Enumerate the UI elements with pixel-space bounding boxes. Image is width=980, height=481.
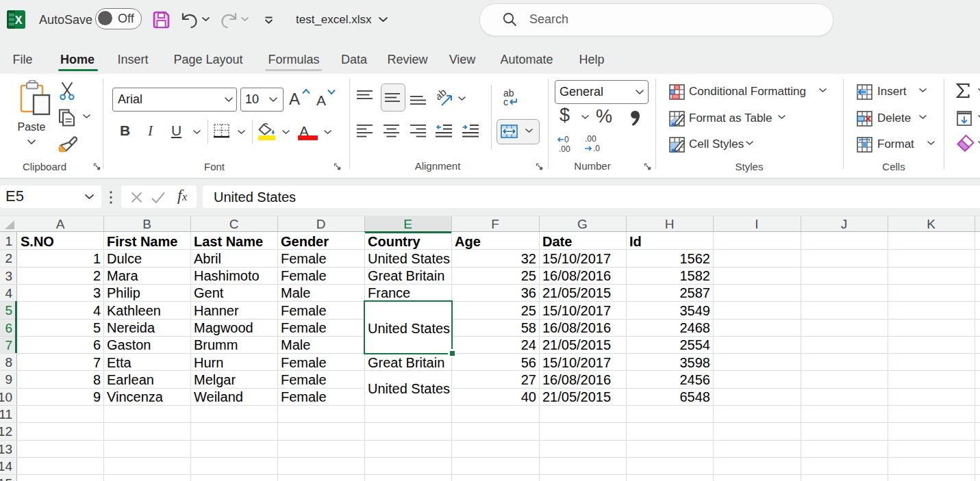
svg-text:.00: .00: [559, 144, 570, 153]
svg-text:X: X: [15, 14, 23, 26]
svg-text:0: 0: [564, 135, 569, 144]
svg-text:c: c: [503, 96, 508, 107]
svg-text:.0: .0: [593, 144, 600, 153]
svg-text:.00: .00: [585, 135, 596, 144]
